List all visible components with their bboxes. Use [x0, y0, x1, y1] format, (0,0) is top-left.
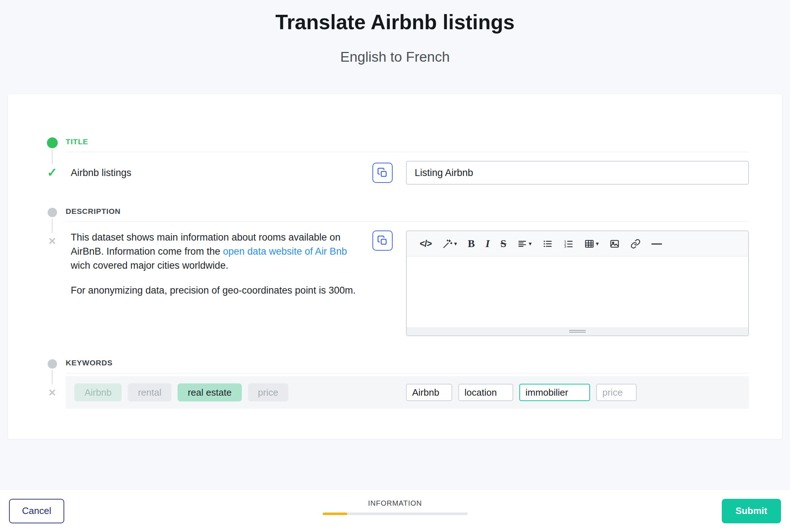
x-icon: ✕: [48, 387, 56, 398]
description-rich-text-editor: </> ▾ B I: [406, 230, 749, 336]
keyword-input-1[interactable]: [406, 384, 452, 401]
copy-description-button[interactable]: [372, 230, 393, 251]
strikethrough-icon: S: [501, 238, 506, 250]
translation-card: ✓ TITLE Airbnb listings ✕: [8, 94, 782, 439]
code-view-button[interactable]: </>: [420, 238, 432, 249]
keywords-section-label: KEYWORDS: [66, 359, 113, 367]
title-source-text: Airbnb listings: [66, 167, 359, 179]
editor-toolbar: </> ▾ B I: [407, 231, 748, 256]
keywords-timeline: ✕: [39, 359, 66, 398]
align-icon: [517, 239, 527, 249]
description-section: ✕ DESCRIPTION This dataset shows main in…: [39, 207, 749, 336]
keyword-tag-real-estate[interactable]: real estate: [178, 383, 241, 401]
title-translation-input[interactable]: [406, 161, 749, 185]
bold-icon: B: [468, 238, 475, 250]
magic-wand-icon: [442, 239, 453, 249]
timeline-connector: [52, 219, 53, 233]
progress-section: INFORMATION: [323, 499, 468, 515]
chevron-down-icon: ▾: [454, 240, 457, 247]
description-paragraph-1: This dataset shows main information abou…: [71, 230, 359, 273]
progress-label: INFORMATION: [323, 499, 468, 507]
keyword-tag-price[interactable]: price: [248, 383, 288, 401]
chevron-down-icon: ▾: [529, 240, 532, 247]
keyword-input-3[interactable]: [519, 384, 590, 401]
strikethrough-button[interactable]: S: [501, 238, 506, 250]
source-keyword-tags: Airbnb rental real estate price: [66, 383, 359, 401]
timeline-connector: [52, 370, 53, 384]
bullet-list-icon: [542, 239, 553, 249]
align-button[interactable]: ▾: [517, 239, 532, 249]
submit-button[interactable]: Submit: [722, 499, 781, 523]
keywords-section-header: KEYWORDS: [66, 359, 749, 373]
ordered-list-icon: 1 2 3: [563, 239, 573, 249]
title-section: ✓ TITLE Airbnb listings: [39, 137, 749, 185]
copy-icon: [377, 235, 388, 246]
table-icon: [584, 239, 594, 249]
progress-bar-track: [323, 513, 468, 515]
ordered-list-button[interactable]: 1 2 3: [563, 239, 573, 249]
check-icon: ✓: [47, 167, 57, 178]
description-text: wich covered major cities worldwide.: [71, 260, 228, 271]
description-section-header: DESCRIPTION: [66, 207, 749, 222]
open-data-link[interactable]: open data website of Air Bnb: [223, 246, 347, 257]
image-button[interactable]: [610, 239, 620, 249]
table-button[interactable]: ▾: [584, 239, 599, 249]
x-icon: ✕: [48, 236, 56, 247]
copy-icon: [377, 167, 388, 178]
drag-grip-icon: [569, 330, 586, 334]
timeline-connector: [52, 150, 53, 164]
page-subtitle: English to French: [0, 49, 790, 65]
link-icon: [630, 239, 641, 249]
italic-button[interactable]: I: [486, 238, 490, 250]
keywords-row: Airbnb rental real estate price: [66, 376, 749, 409]
code-view-icon: </>: [420, 238, 432, 249]
title-timeline: ✓: [39, 137, 66, 178]
bullet-list-button[interactable]: [542, 239, 553, 249]
horizontal-rule-button[interactable]: —: [651, 238, 662, 250]
description-translation-editor[interactable]: [407, 256, 748, 327]
title-step-dot: [47, 137, 58, 148]
link-button[interactable]: [630, 239, 641, 249]
keyword-input-4[interactable]: [596, 384, 637, 401]
cancel-button[interactable]: Cancel: [9, 499, 64, 523]
svg-text:3: 3: [564, 245, 566, 249]
keywords-step-dot: [48, 359, 57, 369]
title-section-header: TITLE: [66, 137, 749, 152]
description-timeline: ✕: [39, 207, 66, 247]
description-source-text: This dataset shows main information abou…: [66, 230, 359, 298]
target-keyword-inputs: [406, 384, 749, 401]
keyword-input-2[interactable]: [458, 384, 513, 401]
page-title: Translate Airbnb listings: [0, 10, 790, 34]
description-section-label: DESCRIPTION: [66, 207, 121, 215]
title-section-label: TITLE: [66, 137, 88, 146]
magic-wand-button[interactable]: ▾: [442, 239, 457, 249]
keyword-tag-airbnb[interactable]: Airbnb: [74, 383, 122, 401]
action-bar: Cancel INFORMATION Submit: [0, 489, 790, 532]
description-paragraph-2: For anonymizing data, precision of geo-c…: [71, 283, 359, 298]
keyword-tag-rental[interactable]: rental: [128, 383, 171, 401]
keywords-section: ✕ KEYWORDS Airbnb rental real estate pri…: [39, 359, 749, 409]
horizontal-rule-icon: —: [651, 238, 662, 250]
editor-resize-handle[interactable]: [407, 327, 748, 335]
copy-title-button[interactable]: [372, 163, 393, 183]
italic-icon: I: [486, 238, 490, 250]
page-header: Translate Airbnb listings English to Fre…: [0, 0, 790, 65]
bold-button[interactable]: B: [468, 238, 475, 250]
image-icon: [610, 239, 620, 249]
chevron-down-icon: ▾: [596, 240, 599, 247]
progress-bar-fill: [323, 513, 347, 515]
description-step-dot: [48, 208, 57, 217]
